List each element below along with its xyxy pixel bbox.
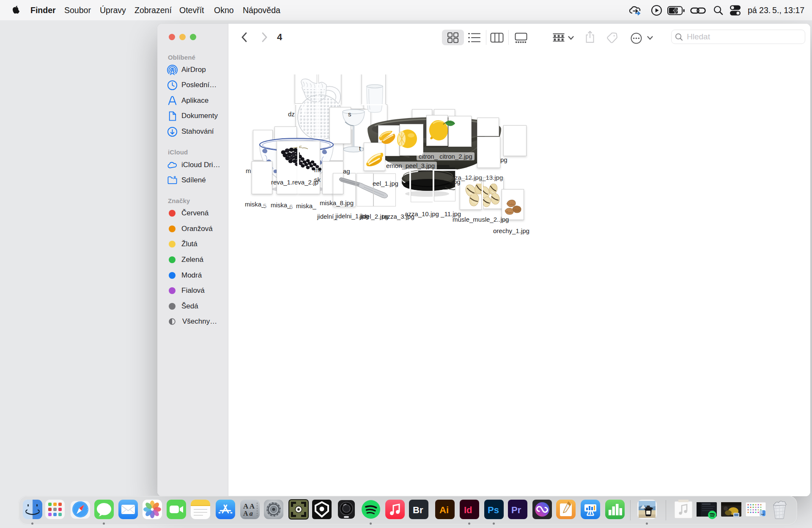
svg-text:A a: A a <box>243 510 253 517</box>
svg-text:Br: Br <box>413 505 423 515</box>
svg-text:A A: A A <box>243 502 255 510</box>
svg-text:Ps: Ps <box>488 505 499 515</box>
svg-text:Ai: Ai <box>439 505 449 515</box>
svg-text:Pr: Pr <box>511 505 521 515</box>
svg-text:Id: Id <box>464 505 472 515</box>
